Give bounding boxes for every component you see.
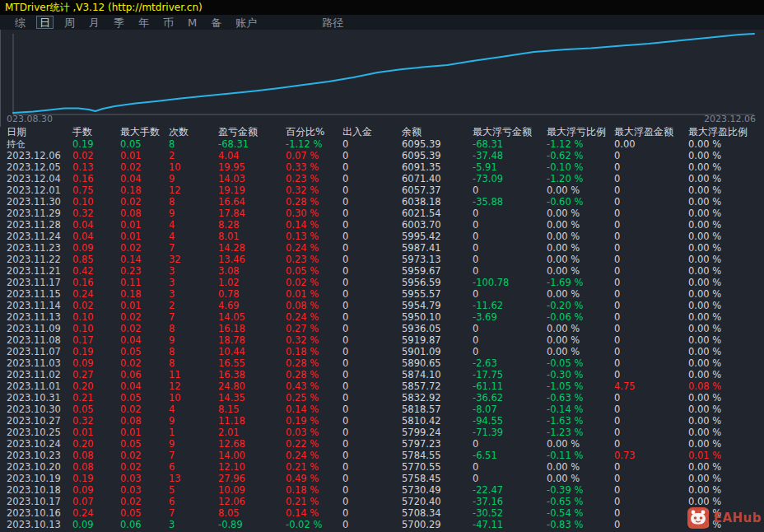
- menu-item-备[interactable]: 备: [207, 16, 225, 29]
- table-header: 日期手数最大手数次数盈亏金额百分比%出入金余额最大浮亏金额最大浮亏比例最大浮盈金…: [0, 126, 764, 138]
- table-cell: 0: [614, 254, 688, 265]
- table-row[interactable]: 2023.10.160.240.0578.050.14 %05708.34-30…: [0, 507, 764, 519]
- table-row[interactable]: 2023.12.010.750.181219.190.32 %06057.370…: [0, 184, 764, 196]
- table-cell: 27.96: [218, 473, 286, 484]
- table-row[interactable]: 2023.12.040.160.04914.030.23 %06071.40-7…: [0, 173, 764, 184]
- table-cell: -1.69 %: [547, 277, 614, 288]
- table-cell: 0.05 %: [286, 265, 342, 277]
- table-row[interactable]: 2023.10.300.050.0248.150.14 %05818.57-8.…: [0, 404, 764, 415]
- table-row[interactable]: 2023.10.170.070.02612.060.21 %05720.40-3…: [0, 496, 764, 507]
- table-cell: 0.19: [72, 138, 120, 150]
- table-cell: 0.23 %: [286, 254, 342, 265]
- table-cell: 8: [169, 196, 218, 208]
- table-row[interactable]: 2023.10.270.320.08911.180.19 %05810.42-9…: [0, 415, 764, 427]
- table-cell: 11: [169, 369, 218, 380]
- table-row[interactable]: 2023.12.050.130.021019.950.33 %06091.35-…: [0, 161, 764, 173]
- table-cell: 0.78: [218, 288, 286, 300]
- table-row[interactable]: 2023.10.310.210.051014.350.25 %05832.92-…: [0, 392, 764, 404]
- date-cell: 2023.11.23: [7, 242, 72, 254]
- table-cell: 0: [614, 496, 688, 507]
- table-row[interactable]: 2023.11.220.850.143213.460.23 %05973.130…: [0, 254, 764, 265]
- table-row[interactable]: 2023.11.240.040.0148.010.13 %05995.4200.…: [0, 231, 764, 242]
- table-cell: 0: [342, 438, 402, 450]
- table-cell: 0.14 %: [286, 219, 342, 231]
- table-cell: 0.08 %: [688, 380, 764, 392]
- table-row[interactable]: 2023.10.180.090.03510.090.18 %05730.49-2…: [0, 484, 764, 496]
- table-cell: 0.00 %: [547, 254, 614, 265]
- table-cell: 5874.10: [402, 369, 473, 380]
- table-cell: 0.00 %: [688, 415, 764, 427]
- table-row[interactable]: 2023.11.030.090.02816.550.28 %05890.65-2…: [0, 357, 764, 369]
- table-cell: -35.88: [473, 196, 547, 208]
- column-header: 次数: [169, 126, 218, 138]
- table-cell: 0.04: [72, 219, 120, 231]
- table-cell: 9: [169, 438, 218, 450]
- table-cell: 0.00: [614, 138, 688, 150]
- menu-item-年[interactable]: 年: [135, 16, 152, 29]
- table-cell: 3: [169, 277, 218, 288]
- table-row[interactable]: 2023.12.060.020.0124.040.07 %06095.39-37…: [0, 150, 764, 161]
- table-cell: 8: [169, 346, 218, 357]
- table-cell: 0.00 %: [688, 150, 764, 161]
- table-cell: -17.75: [473, 369, 547, 380]
- table-row[interactable]: 2023.10.200.080.02612.100.21 %05770.5500…: [0, 461, 764, 473]
- table-row[interactable]: 2023.10.230.080.02714.000.24 %05784.55-6…: [0, 450, 764, 461]
- table-row[interactable]: 持仓0.190.058-68.31-1.12 %06095.39-68.31-1…: [0, 138, 764, 150]
- table-cell: 5700.29: [402, 519, 473, 530]
- table-cell: 0.00 %: [547, 208, 614, 219]
- column-header: 最大浮亏金额: [473, 126, 547, 138]
- table-cell: 0: [342, 369, 402, 380]
- table-row[interactable]: 2023.11.150.240.1830.780.01 %05955.5700.…: [0, 288, 764, 300]
- table-cell: 0: [473, 208, 547, 219]
- table-row[interactable]: 2023.11.130.100.02714.050.24 %05950.10-3…: [0, 311, 764, 323]
- table-cell: 0.08: [120, 208, 169, 219]
- table-cell: 0.07 %: [286, 150, 342, 161]
- table-cell: -5.91: [473, 161, 547, 173]
- table-row[interactable]: 2023.11.090.100.02816.180.27 %05936.0500…: [0, 323, 764, 334]
- date-cell: 2023.11.08: [7, 334, 72, 346]
- table-row[interactable]: 2023.10.130.090.063-0.89-0.02 %05700.29-…: [0, 519, 764, 530]
- table-cell: 0.00 %: [688, 461, 764, 473]
- menu-item-日[interactable]: 日: [36, 16, 54, 29]
- table-row[interactable]: 2023.11.170.160.1131.020.02 %05956.59-10…: [0, 277, 764, 288]
- table-cell: 5730.49: [402, 484, 473, 496]
- menu-item-路径[interactable]: 路径: [319, 16, 347, 29]
- menu-item-综[interactable]: 综: [12, 16, 29, 29]
- table-row[interactable]: 2023.11.300.100.02816.640.28 %06038.18-3…: [0, 196, 764, 208]
- table-row[interactable]: 2023.11.070.190.05810.440.18 %05901.0900…: [0, 346, 764, 357]
- table-cell: -100.78: [473, 277, 547, 288]
- table-row[interactable]: 2023.10.240.200.05912.680.22 %05797.2300…: [0, 438, 764, 450]
- menu-item-M[interactable]: M: [184, 16, 200, 29]
- table-row[interactable]: 2023.11.230.090.02714.280.24 %05987.4100…: [0, 242, 764, 254]
- table-row[interactable]: 2023.11.010.200.041224.800.43 %05857.72-…: [0, 380, 764, 392]
- table-row[interactable]: 2023.11.020.270.061116.380.28 %05874.10-…: [0, 369, 764, 380]
- table-cell: -0.20 %: [547, 300, 614, 311]
- table-cell: 0.04: [120, 334, 169, 346]
- table-cell: 12.06: [218, 496, 286, 507]
- table-cell: 0: [342, 231, 402, 242]
- table-cell: 0.06: [120, 519, 169, 530]
- table-row[interactable]: 2023.10.250.010.0112.010.03 %05799.24-71…: [0, 427, 764, 438]
- table-row[interactable]: 2023.11.140.020.0124.690.08 %05954.79-11…: [0, 300, 764, 311]
- table-row[interactable]: 2023.11.280.040.0148.280.14 %06003.7000.…: [0, 219, 764, 231]
- date-cell: 2023.11.13: [7, 311, 72, 323]
- table-cell: 8: [169, 323, 218, 334]
- table-row[interactable]: 2023.11.080.170.04918.780.32 %05919.8700…: [0, 334, 764, 346]
- table-cell: 0.01: [120, 300, 169, 311]
- menu-item-账户[interactable]: 账户: [232, 16, 260, 29]
- menu-item-周[interactable]: 周: [61, 16, 78, 29]
- table-cell: 0: [342, 450, 402, 461]
- table-cell: 0.02: [120, 496, 169, 507]
- menu-item-月[interactable]: 月: [86, 16, 103, 29]
- table-cell: 0.11: [120, 277, 169, 288]
- table-row[interactable]: 2023.11.290.320.08917.840.30 %06021.5400…: [0, 208, 764, 219]
- table-cell: 0.02: [120, 311, 169, 323]
- table-row[interactable]: 2023.11.210.420.2333.080.05 %05959.6700.…: [0, 265, 764, 277]
- table-cell: 0: [342, 519, 402, 530]
- table-cell: 7: [169, 242, 218, 254]
- table-row[interactable]: 2023.10.190.190.031327.960.49 %05758.450…: [0, 473, 764, 484]
- table-cell: 0: [614, 346, 688, 357]
- table-cell: 0: [614, 357, 688, 369]
- menu-item-季[interactable]: 季: [110, 16, 128, 29]
- menu-item-币[interactable]: 币: [160, 16, 177, 29]
